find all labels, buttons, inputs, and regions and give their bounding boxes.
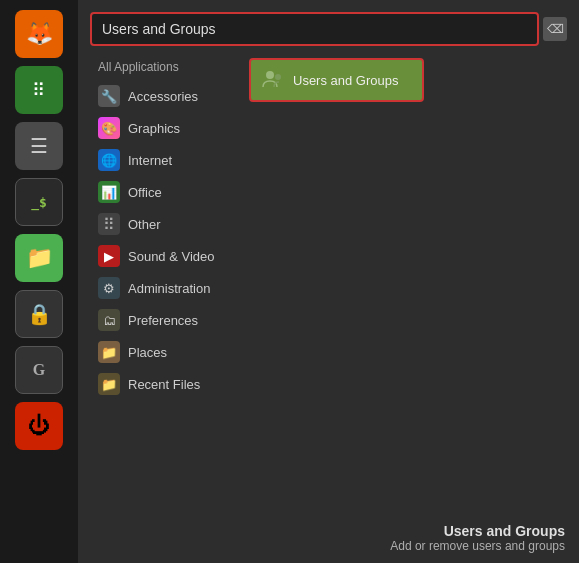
info-app-description: Add or remove users and groups bbox=[390, 539, 565, 553]
content-area: All Applications 🔧 Accessories 🎨 Graphic… bbox=[90, 58, 567, 551]
internet-label: Internet bbox=[128, 153, 172, 168]
category-item-accessories[interactable]: 🔧 Accessories bbox=[90, 80, 245, 112]
graphics-icon: 🎨 bbox=[98, 117, 120, 139]
main-area: ⌫ All Applications 🔧 Accessories 🎨 Graph… bbox=[78, 0, 579, 563]
accessories-label: Accessories bbox=[128, 89, 198, 104]
category-item-administration[interactable]: ⚙ Administration bbox=[90, 272, 245, 304]
sidebar-icon-terminal[interactable]: _$ bbox=[15, 178, 63, 226]
firefox-icon: 🦊 bbox=[26, 21, 53, 47]
search-clear-button[interactable]: ⌫ bbox=[543, 17, 567, 41]
places-label: Places bbox=[128, 345, 167, 360]
graphics-label: Graphics bbox=[128, 121, 180, 136]
places-icon: 📁 bbox=[98, 341, 120, 363]
sidebar-icon-power[interactable]: ⏻ bbox=[15, 402, 63, 450]
sidebar-icon-firefox[interactable]: 🦊 bbox=[15, 10, 63, 58]
sidebar-icon-lock[interactable]: 🔒 bbox=[15, 290, 63, 338]
preferences-icon: 🗂 bbox=[98, 309, 120, 331]
category-item-recent-files[interactable]: 📁 Recent Files bbox=[90, 368, 245, 400]
users-and-groups-app-icon bbox=[261, 68, 285, 92]
recent-files-icon: 📁 bbox=[98, 373, 120, 395]
svg-point-0 bbox=[266, 71, 274, 79]
administration-icon: ⚙ bbox=[98, 277, 120, 299]
other-icon: ⠿ bbox=[98, 213, 120, 235]
category-item-internet[interactable]: 🌐 Internet bbox=[90, 144, 245, 176]
recent-files-label: Recent Files bbox=[128, 377, 200, 392]
category-item-preferences[interactable]: 🗂 Preferences bbox=[90, 304, 245, 336]
all-applications-label: All Applications bbox=[90, 58, 245, 80]
accessories-icon: 🔧 bbox=[98, 85, 120, 107]
grub-icon: G bbox=[33, 361, 45, 379]
office-label: Office bbox=[128, 185, 162, 200]
office-icon: 📊 bbox=[98, 181, 120, 203]
sidebar-icon-manager[interactable]: ☰ bbox=[15, 122, 63, 170]
administration-label: Administration bbox=[128, 281, 210, 296]
sidebar: 🦊 ⠿ ☰ _$ 📁 🔒 G ⏻ bbox=[0, 0, 78, 563]
power-icon: ⏻ bbox=[28, 413, 50, 439]
category-item-places[interactable]: 📁 Places bbox=[90, 336, 245, 368]
manager-icon: ☰ bbox=[30, 134, 48, 158]
search-input[interactable] bbox=[90, 12, 539, 46]
svg-point-1 bbox=[275, 74, 281, 80]
users-and-groups-app-label: Users and Groups bbox=[293, 73, 399, 88]
category-item-other[interactable]: ⠿ Other bbox=[90, 208, 245, 240]
sound-video-label: Sound & Video bbox=[128, 249, 215, 264]
sidebar-icon-grub[interactable]: G bbox=[15, 346, 63, 394]
preferences-label: Preferences bbox=[128, 313, 198, 328]
category-item-graphics[interactable]: 🎨 Graphics bbox=[90, 112, 245, 144]
sound-video-icon: ▶ bbox=[98, 245, 120, 267]
terminal-icon: _$ bbox=[31, 195, 47, 210]
clear-icon: ⌫ bbox=[547, 22, 564, 36]
sidebar-icon-files[interactable]: 📁 bbox=[15, 234, 63, 282]
results-panel: Users and Groups bbox=[245, 58, 567, 551]
other-label: Other bbox=[128, 217, 161, 232]
result-item-users-and-groups[interactable]: Users and Groups bbox=[249, 58, 424, 102]
search-bar-wrapper: ⌫ bbox=[90, 12, 567, 46]
internet-icon: 🌐 bbox=[98, 149, 120, 171]
info-app-title: Users and Groups bbox=[390, 523, 565, 539]
apps-icon: ⠿ bbox=[32, 79, 46, 101]
category-item-office[interactable]: 📊 Office bbox=[90, 176, 245, 208]
lock-icon: 🔒 bbox=[27, 302, 52, 326]
sidebar-icon-apps[interactable]: ⠿ bbox=[15, 66, 63, 114]
category-item-sound-video[interactable]: ▶ Sound & Video bbox=[90, 240, 245, 272]
files-icon: 📁 bbox=[26, 245, 53, 271]
category-list: All Applications 🔧 Accessories 🎨 Graphic… bbox=[90, 58, 245, 551]
info-bar: Users and Groups Add or remove users and… bbox=[390, 523, 565, 553]
